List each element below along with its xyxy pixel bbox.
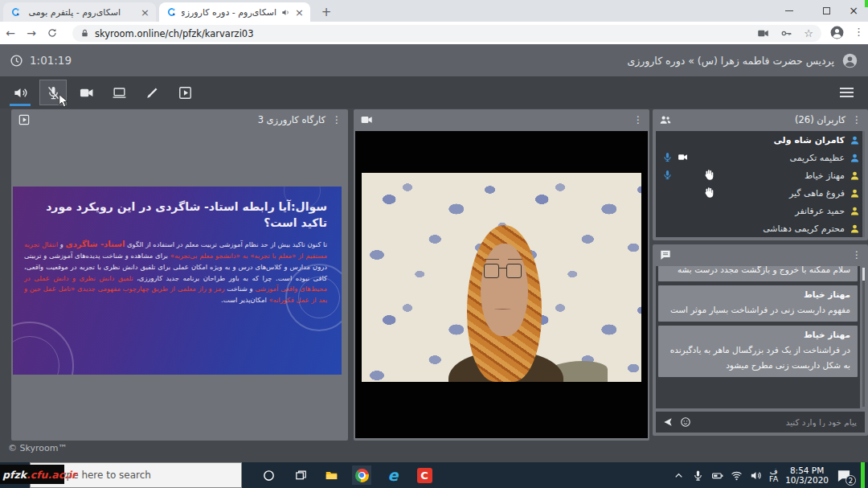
browser-address-bar: ← → skyroom.online/ch/pfzk/karvarzi03 ☆	[0, 22, 868, 44]
skyroom-favicon	[166, 6, 177, 18]
reload-icon[interactable]	[42, 27, 63, 39]
watermark-text: pfzk	[2, 469, 27, 481]
tray-battery-icon[interactable]	[711, 470, 723, 482]
action-center-button[interactable]: 2	[836, 468, 852, 482]
header-avatar-icon	[841, 52, 858, 69]
tab-close-icon[interactable]: ×	[295, 7, 304, 18]
internet-explorer-button[interactable]: e	[383, 465, 403, 485]
user-row[interactable]: کامران شاه ولی	[656, 131, 865, 149]
camera-button[interactable]	[72, 80, 100, 105]
screen-share-button[interactable]	[105, 80, 133, 105]
file-explorer-button[interactable]	[321, 465, 341, 485]
send-icon[interactable]	[662, 416, 674, 428]
whiteboard-draw-button[interactable]	[138, 80, 166, 105]
user-camera-icon	[678, 152, 688, 162]
person-glasses	[506, 264, 522, 278]
video-feed	[355, 131, 648, 438]
users-icon	[659, 113, 672, 126]
taskbar-clock[interactable]: 8:54 PM 10/3/2020	[785, 465, 829, 485]
chat-input-bar	[656, 412, 865, 433]
tab-close-icon[interactable]: ×	[141, 7, 149, 18]
mouse-cursor	[55, 93, 66, 104]
user-row[interactable]: محترم کریمی دهناشی	[656, 219, 865, 237]
user-row[interactable]: مهناز خیاط	[656, 166, 865, 184]
chrome-button[interactable]	[352, 465, 371, 485]
chat-header: ⋮	[653, 244, 868, 265]
url-field[interactable]: skyroom.online/ch/pfzk/karvarzi03 ☆	[72, 25, 821, 42]
taskbar-time: 8:54 PM	[790, 465, 824, 475]
microphone-button[interactable]	[39, 80, 67, 105]
chat-message-input[interactable]	[698, 416, 858, 428]
session-timer-value: 1:01:19	[30, 54, 72, 67]
session-timer: 1:01:19	[10, 54, 72, 68]
tray-chevron-icon[interactable]	[673, 470, 685, 482]
whiteboard-menu-icon[interactable]: ⋮	[330, 115, 342, 125]
chat-message-author: مهناز خیاط	[665, 330, 850, 339]
toolbar-menu-icon[interactable]	[840, 88, 862, 97]
user-avatar-icon	[850, 153, 860, 163]
user-row[interactable]: فروغ ماهی گیر	[656, 184, 865, 202]
room-breadcrumb-text: پردیس حضرت فاطمه زهرا (س) » دوره کارورزی	[627, 55, 834, 67]
forward-icon[interactable]: →	[21, 27, 42, 39]
window-close-button[interactable]: ×	[837, 0, 868, 21]
users-panel: ⋮ کاربران (26) کامران شاه ولیعظیمه تکریم…	[653, 109, 868, 240]
back-icon[interactable]: ←	[0, 27, 21, 39]
users-header: ⋮ کاربران (26)	[653, 109, 868, 130]
user-avatar-icon	[850, 223, 860, 234]
chat-message-text: سلام ممکنه با خروج و بازگشت مجدد درست بش…	[665, 266, 850, 277]
webcam-video-image	[362, 173, 641, 382]
person-face	[481, 244, 528, 335]
person-glasses	[484, 264, 499, 278]
browser-tab-inactive[interactable]: اسکای‌روم - پلتفرم بومی برگزاری وب ×	[3, 2, 156, 22]
raised-hand-icon	[702, 187, 714, 199]
camera-permission-icon[interactable]	[757, 27, 769, 39]
key-icon[interactable]	[780, 27, 792, 39]
recorder-app-button[interactable]: C	[415, 465, 434, 485]
task-view-button[interactable]	[291, 465, 310, 485]
chat-message-text: در فراشناخت از یک فرد بزرگسال ماهر به یا…	[665, 342, 850, 373]
bookmark-star-icon[interactable]: ☆	[804, 27, 813, 39]
user-name: حمید عرفانفر	[795, 206, 845, 216]
presentation-slide: سوال:آیا رابطه استاد- شاگردی در این رویک…	[13, 187, 342, 375]
folder-icon	[325, 469, 338, 482]
user-row[interactable]: عظیمه تکریمی	[656, 149, 865, 166]
skyroom-copyright: © Skyroom™	[8, 443, 67, 453]
speaker-button[interactable]	[6, 80, 34, 105]
chat-message-author: مهناز خیاط	[665, 289, 850, 299]
user-name: کامران شاه ولی	[773, 135, 845, 146]
browser-tab-active[interactable]: اسکای‌روم - دوره کارورزی ×	[159, 2, 310, 22]
webcam-icon	[360, 113, 373, 126]
emoji-icon[interactable]	[680, 416, 691, 428]
chat-message-text: مفهوم داربست زنی در فراشناخت بسیار موثر …	[665, 302, 850, 318]
user-avatar-icon	[850, 188, 860, 199]
user-row[interactable]: حمید عرفانفر	[656, 202, 865, 219]
chat-scrollbar-track[interactable]	[862, 268, 865, 407]
chat-scrollbar-thumb[interactable]	[862, 268, 865, 281]
new-tab-button[interactable]: +	[318, 4, 334, 20]
whiteboard-title: کارگاه کارورزی 3	[258, 114, 326, 125]
users-menu-icon[interactable]: ⋮	[850, 115, 862, 125]
chrome-icon	[355, 469, 369, 482]
chat-menu-icon[interactable]: ⋮	[850, 250, 862, 260]
user-mic-icon	[662, 152, 673, 162]
slide-play-icon[interactable]	[18, 113, 31, 126]
tray-volume-icon[interactable]	[750, 470, 762, 482]
window-minimize-button[interactable]	[773, 0, 805, 21]
session-header: 1:01:19 پردیس حضرت فاطمه زهرا (س) » دوره…	[0, 44, 868, 76]
tray-microphone-icon[interactable]	[692, 470, 704, 482]
browser-menu-icon[interactable]: ⋮	[854, 26, 864, 38]
notification-badge: 2	[845, 475, 856, 486]
browser-profile-avatar[interactable]	[829, 25, 845, 40]
users-list: کامران شاه ولیعظیمه تکریمیمهناز خیاطفروغ…	[656, 131, 865, 237]
chat-message: مهناز خیاطمفهوم داربست زنی در فراشناخت ب…	[658, 285, 858, 322]
tray-wifi-icon[interactable]	[731, 470, 743, 482]
recording-artifact	[865, 0, 868, 7]
media-player-button[interactable]	[171, 80, 199, 105]
conference-toolbar	[0, 76, 868, 109]
users-title: کاربران (26)	[795, 114, 845, 125]
whiteboard-header: ⋮ کارگاه کارورزی 3	[11, 109, 348, 130]
video-menu-icon[interactable]: ⋮	[632, 115, 643, 125]
language-indicator[interactable]: ف FA	[769, 467, 778, 483]
cortana-button[interactable]	[259, 465, 278, 485]
tab-audio-icon[interactable]	[281, 8, 290, 17]
